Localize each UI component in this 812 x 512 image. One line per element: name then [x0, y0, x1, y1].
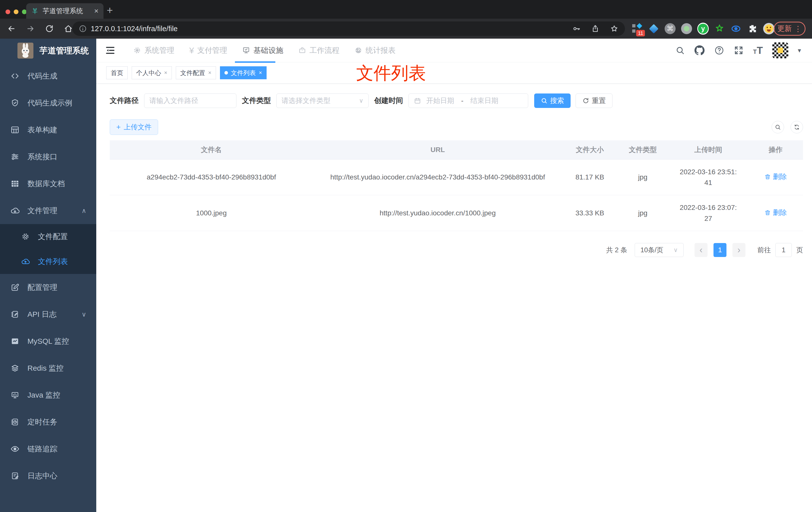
sidebar-item-file-list[interactable]: 文件列表 — [0, 249, 96, 274]
github-icon[interactable] — [694, 45, 705, 56]
tag-close-icon[interactable]: × — [259, 70, 262, 76]
extension-y-icon[interactable]: y — [697, 23, 709, 34]
site-info-icon[interactable] — [79, 25, 87, 33]
app-header: 系统管理 ¥ 支付管理 基础设施 — [96, 39, 812, 62]
extension-star-icon[interactable] — [714, 23, 725, 34]
sidebar-logo-row[interactable]: 芋道管理系统 — [0, 39, 96, 63]
app-frame: 芋道管理系统 代码生成 代码生成示例 — [0, 39, 812, 512]
prev-page-button[interactable]: ‹ — [695, 243, 707, 257]
delete-button[interactable]: 删除 — [764, 207, 787, 218]
fullscreen-icon[interactable] — [734, 46, 744, 55]
upload-file-button[interactable]: + 上传文件 — [110, 119, 158, 135]
sidebar-item-db-doc[interactable]: 数据库文档 — [0, 170, 96, 197]
url-text[interactable]: 127.0.0.1:1024/infra/file/file — [91, 25, 178, 33]
pagination-goto: 前往 页 — [757, 243, 803, 257]
sidebar-item-scheduled-tasks[interactable]: 定时任务 — [0, 409, 96, 435]
cloud-upload-icon — [21, 257, 30, 266]
caret-down-icon[interactable]: ▾ — [798, 47, 801, 54]
bookmark-star-icon[interactable] — [610, 24, 618, 33]
extension-dot-icon[interactable] — [681, 23, 692, 34]
tag-close-icon[interactable]: × — [164, 70, 167, 76]
extension-kite-icon[interactable] — [648, 23, 659, 34]
password-key-icon[interactable] — [572, 24, 581, 33]
search-button[interactable]: 搜索 — [534, 93, 571, 108]
sidebar-item-file-management[interactable]: 文件管理 ∧ — [0, 197, 96, 224]
sidebar-item-mysql-monitor[interactable]: MySQL 监控 — [0, 328, 96, 355]
font-size-icon[interactable]: TT — [753, 46, 763, 55]
sidebar-item-redis-monitor[interactable]: Redis 监控 — [0, 355, 96, 382]
sidebar-item-api-log[interactable]: API 日志 ∨ — [0, 301, 96, 328]
sidebar-item-code-demo[interactable]: 代码生成示例 — [0, 89, 96, 116]
delete-button-label: 删除 — [773, 171, 787, 182]
browser-tab[interactable]: 芋道管理系统 × — [26, 3, 104, 19]
extension-puzzle-icon[interactable] — [747, 23, 758, 34]
monitor-icon — [10, 390, 20, 400]
close-window-button[interactable] — [5, 9, 10, 14]
sidebar-item-config-management[interactable]: 配置管理 — [0, 274, 96, 301]
date-range-picker[interactable]: 开始日期 - 结束日期 — [408, 93, 528, 108]
back-icon[interactable] — [7, 24, 16, 33]
timer-doc-icon — [10, 417, 20, 427]
tab-close-icon[interactable]: × — [94, 7, 98, 15]
tag-file-list[interactable]: 文件列表 × — [220, 66, 267, 79]
document-edit-icon — [10, 309, 20, 319]
sidebar-collapse-icon[interactable] — [105, 45, 116, 56]
extension-icon[interactable]: 11 — [632, 23, 643, 34]
nav-item-label: 基础设施 — [253, 46, 283, 56]
sidebar-item-system-api[interactable]: 系统接口 — [0, 143, 96, 170]
browser-update-button[interactable]: 更新 ⋮ — [774, 22, 806, 36]
file-type-select[interactable]: 请选择文件类型 ∨ — [276, 93, 369, 108]
extension-command-icon[interactable]: ⌘ — [664, 23, 676, 34]
browser-menu-dots-icon[interactable]: ⋮ — [794, 24, 802, 33]
shield-check-icon — [10, 98, 20, 108]
tag-profile[interactable]: 个人中心 × — [132, 66, 172, 79]
extension-eye-icon[interactable] — [730, 23, 742, 34]
show-search-button[interactable] — [772, 121, 784, 133]
page-number-active[interactable]: 1 — [714, 243, 726, 257]
page-size-select[interactable]: 10条/页 ∨ — [635, 243, 684, 257]
reload-icon[interactable] — [45, 24, 54, 33]
reset-button[interactable]: 重置 — [576, 93, 612, 108]
refresh-table-button[interactable] — [790, 121, 803, 133]
next-page-button[interactable]: › — [732, 243, 746, 257]
address-bar[interactable]: 127.0.0.1:1024/infra/file/file — [72, 22, 625, 36]
avatar[interactable] — [772, 42, 788, 58]
cell-url: http://test.yudao.iocoder.cn/a294ecb2-73… — [313, 159, 562, 195]
nav-item-system[interactable]: 系统管理 — [126, 39, 182, 62]
sidebar-item-code-gen[interactable]: 代码生成 — [0, 63, 96, 89]
new-tab-button[interactable]: + — [107, 4, 113, 17]
minimize-window-button[interactable] — [14, 9, 19, 14]
home-icon[interactable] — [64, 24, 73, 33]
search-icon[interactable] — [675, 46, 685, 55]
goto-page-input[interactable] — [775, 243, 792, 257]
help-icon[interactable] — [714, 46, 724, 55]
tag-file-config[interactable]: 文件配置 × — [176, 66, 216, 79]
file-path-input[interactable] — [144, 93, 236, 108]
nav-item-workflow[interactable]: 工作流程 — [291, 39, 347, 62]
tag-label: 个人中心 — [136, 69, 161, 77]
screen: 芋道管理系统 × + 127.0.0.1:1024/infra/file/fi — [0, 0, 812, 512]
tag-close-icon[interactable]: × — [208, 70, 211, 76]
sidebar-item-java-monitor[interactable]: Java 监控 — [0, 382, 96, 409]
sidebar-item-file-config[interactable]: 文件配置 — [0, 224, 96, 249]
sidebar-item-trace[interactable]: 链路追踪 — [0, 435, 96, 462]
nav-item-reports[interactable]: 统计报表 — [347, 39, 403, 62]
share-icon[interactable] — [591, 24, 600, 33]
nav-item-payment[interactable]: ¥ 支付管理 — [182, 39, 235, 62]
profile-avatar-icon[interactable] — [763, 23, 775, 34]
sidebar-item-label: Redis 监控 — [27, 363, 64, 373]
sidebar-item-form-builder[interactable]: 表单构建 — [0, 116, 96, 143]
nav-item-label: 工作流程 — [310, 46, 340, 56]
app-logo-rabbit — [18, 42, 33, 59]
file-path-label: 文件路径 — [110, 96, 139, 106]
nav-item-infrastructure[interactable]: 基础设施 — [235, 39, 291, 62]
col-file-size: 文件大小 — [562, 140, 617, 159]
file-type-label: 文件类型 — [242, 96, 271, 106]
sidebar-item-label: API 日志 — [27, 309, 57, 320]
address-bar-actions — [572, 24, 618, 33]
tag-home[interactable]: 首页 — [106, 66, 128, 79]
delete-button[interactable]: 删除 — [764, 171, 787, 182]
sidebar-item-log-center[interactable]: 日志中心 — [0, 462, 96, 489]
forward-icon[interactable] — [26, 24, 35, 33]
cell-url: http://test.yudao.iocoder.cn/1000.jpeg — [313, 195, 562, 231]
